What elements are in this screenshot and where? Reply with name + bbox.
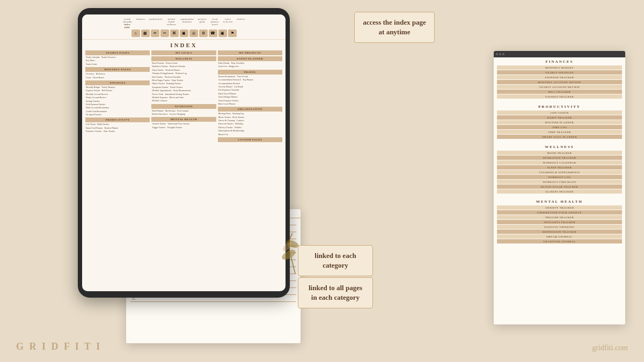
dot2 bbox=[499, 53, 501, 55]
right-item[interactable]: TIME LOG bbox=[497, 125, 622, 129]
right-item[interactable]: ANXIETY TRACKER bbox=[497, 205, 622, 210]
phone-icon[interactable]: ☎ bbox=[209, 29, 217, 37]
right-item[interactable]: MOOD TRACKER bbox=[497, 151, 622, 155]
right-item[interactable]: MONTHLY ACCOUNT REVIEW bbox=[497, 80, 622, 84]
right-item[interactable]: WORKOUT LOG bbox=[497, 175, 622, 179]
col1: YEARLY PAGES Yearly Calendar Yearly Over… bbox=[85, 50, 150, 143]
right-item[interactable]: MONTHLY BUDGET bbox=[497, 65, 622, 70]
right-item[interactable]: YEARLY ACCOUNT REVIEW bbox=[497, 85, 622, 89]
right-item[interactable]: LIFE VISION bbox=[497, 110, 622, 115]
right-item[interactable]: HABIT TRACKER bbox=[497, 115, 622, 120]
index-grid: YEARLY PAGES Yearly Calendar Yearly Over… bbox=[85, 50, 282, 143]
right-doc: FINANCES MONTHLY BUDGET YEARLY FINANCES … bbox=[494, 51, 625, 324]
callout-linked-pages: linked to all pages in each category bbox=[298, 277, 373, 308]
right-productivity-section: PRODUCTIVITY LIFE VISION HABIT TRACKER R… bbox=[494, 102, 625, 142]
apple-icon[interactable]: ⌘ bbox=[170, 29, 179, 37]
callout-linked-category: linked to each category bbox=[298, 245, 373, 276]
folder-icon[interactable]: ▣ bbox=[180, 29, 188, 37]
brand-right: gridfiti.com bbox=[592, 344, 628, 352]
right-wellness-title: WELLNESS bbox=[497, 145, 622, 149]
right-item[interactable]: WORKOUT CHECKLIST bbox=[497, 180, 622, 184]
tablet-device: yearlycalendarindexpage finances product… bbox=[78, 8, 290, 298]
right-item[interactable]: BILL TRACKER bbox=[497, 90, 622, 94]
nav-bar: yearlycalendarindexpage finances product… bbox=[82, 14, 286, 40]
finances-section: FINANCES Monthly Budget Yearly Finances … bbox=[85, 80, 150, 117]
right-finances-title: FINANCES bbox=[497, 60, 622, 64]
target-icon[interactable]: ◎ bbox=[189, 29, 198, 37]
right-item[interactable]: SAVINGS TRACKER bbox=[497, 94, 622, 99]
right-item[interactable]: BLOOD SUGAR TRACKER bbox=[497, 184, 622, 189]
right-item[interactable]: TIME TRACKER bbox=[497, 130, 622, 134]
right-item[interactable]: DREAM JOURNAL bbox=[497, 234, 622, 239]
callout-index-access: access the index page at anytime bbox=[354, 12, 435, 43]
right-mental-title: MENTAL HEALTH bbox=[497, 200, 622, 204]
scissors-icon[interactable]: ✂ bbox=[160, 29, 169, 37]
right-item[interactable]: THOUGHTS TRACKER bbox=[497, 220, 622, 224]
grid-icon[interactable]: ▦ bbox=[141, 29, 150, 37]
right-item[interactable]: SMART GOAL PLANNER bbox=[497, 135, 622, 139]
dot3 bbox=[502, 53, 504, 55]
right-item[interactable]: EXPENSE TRACKER bbox=[497, 75, 622, 79]
gear-icon[interactable]: ⚙ bbox=[199, 29, 208, 37]
monthly-section: MONTHLY PAGES Overview Reflection Goals … bbox=[85, 67, 150, 79]
right-item[interactable]: SLEEP TRACKER bbox=[497, 165, 622, 169]
right-item[interactable]: POSITIVE THINKING bbox=[497, 225, 622, 229]
yearly-items: Yearly Calendar Yearly Overview Key Date… bbox=[85, 56, 150, 66]
right-item[interactable]: TRIGGER TRACKER bbox=[497, 215, 622, 219]
monitor-icon[interactable]: ▣ bbox=[218, 29, 227, 37]
right-finances-section: FINANCES MONTHLY BUDGET YEARLY FINANCES … bbox=[494, 57, 625, 101]
pencil-icon[interactable]: ✏ bbox=[151, 29, 159, 37]
right-item[interactable]: WORKOUT CALENDAR bbox=[497, 160, 622, 165]
right-item[interactable]: YEARLY FINANCES bbox=[497, 70, 622, 75]
right-item[interactable]: ROUTINE PLANNER bbox=[497, 120, 622, 124]
index-title: INDEX bbox=[85, 42, 282, 48]
svg-point-0 bbox=[280, 248, 297, 262]
dot1 bbox=[496, 53, 498, 55]
right-item[interactable]: HYDRATION TRACKER bbox=[497, 156, 622, 160]
right-mental-section: MENTAL HEALTH ANXIETY TRACKER UNDERSTAND… bbox=[494, 197, 625, 246]
right-doc-topbar bbox=[494, 51, 625, 57]
right-item[interactable]: VITAMINS & SUPPLEMENTS bbox=[497, 170, 622, 174]
right-item[interactable]: DEPRESSION TRACKER bbox=[497, 230, 622, 234]
line-12: 12. bbox=[130, 297, 296, 302]
col3: MY PROJECTS EVENT PLANNER Party Details … bbox=[218, 50, 282, 143]
bookmark-icon[interactable]: ⚑ bbox=[228, 29, 237, 37]
category-nav: yearlycalendarindexpage finances product… bbox=[85, 17, 282, 29]
yearly-title: YEARLY PAGES bbox=[85, 50, 150, 55]
home-icon[interactable]: ⌂ bbox=[131, 29, 140, 37]
right-productivity-title: PRODUCTIVITY bbox=[497, 105, 622, 109]
col2: MY GOALS WELLNESS Mood Tracker Fitness G… bbox=[151, 50, 216, 143]
right-item[interactable]: UNDERSTAND YOUR ANXIETY bbox=[497, 210, 622, 215]
index-content: INDEX YEARLY PAGES Yearly Calendar Yearl… bbox=[82, 40, 286, 291]
right-item[interactable]: ILLNESS TRACKER bbox=[497, 189, 622, 194]
right-wellness-section: WELLNESS MOOD TRACKER HYDRATION TRACKER … bbox=[494, 143, 625, 196]
productivity-section: PRODUCTIVITY Life Vision Habit Tracker S… bbox=[85, 117, 150, 133]
right-item[interactable]: GRATITUDE JOURNAL bbox=[497, 239, 622, 243]
brand-left: G R I D F I T I bbox=[16, 341, 101, 352]
icon-row: ⌂ ▦ ✏ ✂ ⌘ ▣ ◎ ⚙ ☎ ▣ ⚑ bbox=[85, 29, 282, 37]
